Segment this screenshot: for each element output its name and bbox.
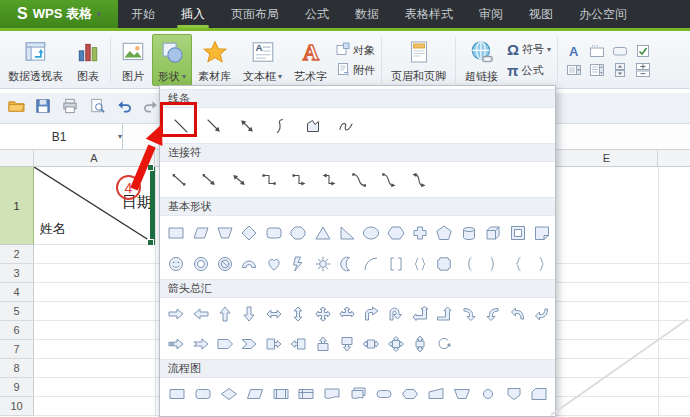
shape-heart[interactable] <box>262 248 286 279</box>
shape-left-up-arrow[interactable] <box>408 299 432 329</box>
shape-can[interactable] <box>457 217 481 248</box>
spin-button-control-button[interactable] <box>635 63 651 77</box>
shape-notched-right-arrow[interactable] <box>188 329 212 359</box>
text-box-button[interactable]: A 文本框▾ <box>237 34 288 86</box>
row-header-3[interactable]: 3 <box>0 264 34 283</box>
clip-art-button[interactable]: 素材库 <box>192 34 237 86</box>
shape-freeform[interactable] <box>296 109 329 143</box>
shape-donut[interactable] <box>188 248 212 279</box>
shape-right-brace[interactable] <box>530 248 554 279</box>
list-box-control-button[interactable] <box>589 63 605 77</box>
shape-curve[interactable] <box>263 109 296 143</box>
shape-moon[interactable] <box>335 248 359 279</box>
shape-curved-down-arrow[interactable] <box>530 299 554 329</box>
selection-handle[interactable] <box>147 164 154 171</box>
selection-fill-handle[interactable] <box>147 239 154 246</box>
shape-preparation[interactable] <box>397 379 423 408</box>
shape-cube[interactable] <box>481 217 505 248</box>
shape-left-arrow[interactable] <box>188 299 212 329</box>
tab-数据[interactable]: 数据 <box>342 0 392 28</box>
shape-double-brace[interactable] <box>408 248 432 279</box>
shape-double-arrow[interactable] <box>230 109 263 143</box>
tab-页面布局[interactable]: 页面布局 <box>218 0 292 28</box>
shape-left-right-up-arrow[interactable] <box>335 299 359 329</box>
attachment-button[interactable]: 附件 <box>336 62 375 78</box>
shape-right-bracket[interactable] <box>481 248 505 279</box>
shape-data[interactable] <box>242 379 268 408</box>
shape-oval[interactable] <box>359 217 383 248</box>
print-preview-button[interactable] <box>87 98 107 118</box>
shape-manual-operation[interactable] <box>449 379 475 408</box>
shape-lightning-bolt[interactable] <box>286 248 310 279</box>
shape-curved-connector[interactable] <box>344 163 374 197</box>
shape-curved-right-arrow[interactable] <box>457 299 481 329</box>
undo-button[interactable] <box>114 98 134 118</box>
label-control-button[interactable]: A <box>566 44 582 58</box>
shape-manual-input[interactable] <box>423 379 449 408</box>
row-header-8[interactable]: 8 <box>0 359 34 378</box>
shape-bent-up-arrow[interactable] <box>432 299 456 329</box>
shape-line[interactable] <box>164 109 197 143</box>
shape-sort[interactable] <box>242 408 268 417</box>
shape-curved-arrow-connector[interactable] <box>374 163 404 197</box>
shape-extract[interactable] <box>268 408 294 417</box>
shape-document[interactable] <box>319 379 345 408</box>
row-header-1[interactable]: 1 <box>0 167 34 245</box>
shape-down-arrow[interactable] <box>237 299 261 329</box>
shape-curved-left-arrow[interactable] <box>481 299 505 329</box>
shape-arc[interactable] <box>359 248 383 279</box>
shape-pentagon-arrow[interactable] <box>213 329 237 359</box>
column-header-a[interactable]: A <box>34 150 155 166</box>
row-header-6[interactable]: 6 <box>0 321 34 340</box>
row-header-9[interactable]: 9 <box>0 378 34 397</box>
shape-alternate-process[interactable] <box>190 379 216 408</box>
shape-circular-arrow[interactable] <box>432 329 456 359</box>
symbol-button[interactable]: Ω符号▾ <box>507 41 551 58</box>
shape-block-arc[interactable] <box>237 248 261 279</box>
shape-right-arrow-callout[interactable] <box>262 329 286 359</box>
shape-left-bracket[interactable] <box>457 248 481 279</box>
row-header-5[interactable]: 5 <box>0 302 34 321</box>
shape-down-arrow-callout[interactable] <box>335 329 359 359</box>
column-header-partial[interactable] <box>658 150 690 166</box>
word-art-button[interactable]: A 艺术字 <box>288 34 333 86</box>
text-field-control-button[interactable] <box>589 44 605 58</box>
shape-decision[interactable] <box>216 379 242 408</box>
tab-表格样式[interactable]: 表格样式 <box>392 0 466 28</box>
shape-elbow-connector[interactable] <box>254 163 284 197</box>
row-header-7[interactable]: 7 <box>0 340 34 359</box>
shape-collate[interactable] <box>216 408 242 417</box>
tab-办公空间[interactable]: 办公空间 <box>566 0 640 28</box>
shape-merge[interactable] <box>293 408 319 417</box>
shape-or[interactable] <box>190 408 216 417</box>
shapes-button[interactable]: 形状▾ <box>152 34 192 86</box>
shape-u-turn-arrow[interactable] <box>384 299 408 329</box>
header-footer-button[interactable]: 页眉和页脚 <box>385 34 452 86</box>
shape-isosceles-triangle[interactable] <box>310 217 334 248</box>
shape-delay[interactable] <box>345 408 371 417</box>
shape-hexagon[interactable] <box>384 217 408 248</box>
shape-off-page-connector[interactable] <box>501 379 527 408</box>
hyperlink-button[interactable]: 超链接 <box>459 34 504 86</box>
tab-审阅[interactable]: 审阅 <box>466 0 516 28</box>
shape-rectangle[interactable] <box>164 217 188 248</box>
shape-chevron[interactable] <box>237 329 261 359</box>
shape-multidocument[interactable] <box>345 379 371 408</box>
name-box[interactable]: B1 ▾ <box>0 124 123 149</box>
picture-button[interactable]: 图片 <box>114 34 152 86</box>
shape-up-arrow[interactable] <box>213 299 237 329</box>
shape-bent-arrow[interactable] <box>359 299 383 329</box>
shape-straight-double-arrow-connector[interactable] <box>224 163 254 197</box>
shape-no-symbol[interactable] <box>213 248 237 279</box>
shape-octagon[interactable] <box>286 217 310 248</box>
app-menu-button[interactable]: S WPS 表格 ▾ <box>0 0 118 28</box>
shape-quad-arrow[interactable] <box>310 299 334 329</box>
spinner-control-button[interactable] <box>612 63 628 77</box>
shape-connector[interactable] <box>475 379 501 408</box>
shape-left-right-arrow[interactable] <box>262 299 286 329</box>
checkbox-control-button[interactable] <box>635 44 651 58</box>
pivot-table-button[interactable]: 数据透视表 <box>2 34 69 86</box>
tab-视图[interactable]: 视图 <box>516 0 566 28</box>
row-header-2[interactable]: 2 <box>0 245 34 264</box>
column-header-e[interactable]: E <box>556 150 658 166</box>
